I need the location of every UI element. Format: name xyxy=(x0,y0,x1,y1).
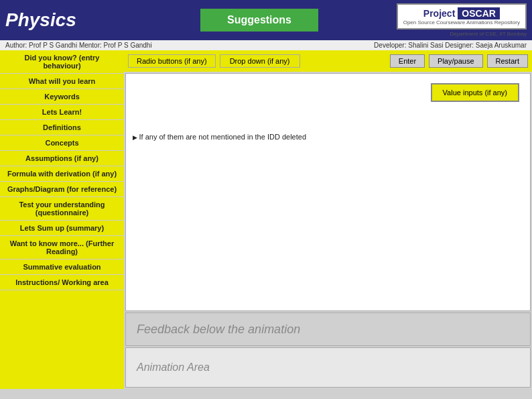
suggestions-button[interactable]: Suggestions xyxy=(200,9,318,32)
logo-box: Project OSCAR Open Source Courseware Ani… xyxy=(397,3,527,30)
sidebar-item-5[interactable]: Concepts xyxy=(0,135,124,151)
animation-area: Animation Area xyxy=(125,347,531,388)
sidebar: Did you know? (entry behaviour)What will… xyxy=(0,50,124,389)
logo-dept: Department of CSE, IIT Bombay xyxy=(450,31,527,37)
animation-text: Animation Area xyxy=(137,361,210,374)
sidebar-item-4[interactable]: Definitions xyxy=(0,120,124,135)
sidebar-item-12[interactable]: Summative evaluation xyxy=(0,260,124,275)
value-inputs-button[interactable]: Value inputs (if any) xyxy=(431,83,519,102)
logo-oscar: OSCAR xyxy=(458,7,500,19)
restart-button[interactable]: Restart xyxy=(487,54,528,68)
header-center: Suggestions xyxy=(126,9,393,32)
app-title: Physics xyxy=(5,9,126,31)
content-area: Radio buttons (if any) Drop down (if any… xyxy=(124,50,532,389)
feedback-area: Feedback below the animation xyxy=(125,312,531,346)
work-area: Value inputs (if any) If any of them are… xyxy=(125,73,531,311)
sidebar-item-0[interactable]: Did you know? (entry behaviour) xyxy=(0,50,124,74)
sidebar-item-9[interactable]: Test your understanding (questionnaire) xyxy=(0,197,124,221)
sidebar-item-7[interactable]: Formula with derivation (if any) xyxy=(0,166,124,182)
sidebar-item-11[interactable]: Want to know more... (Further Reading) xyxy=(0,236,124,260)
subheader-left: Author: Prof P S Gandhi Mentor: Prof P S… xyxy=(5,42,152,49)
main-layout: Did you know? (entry behaviour)What will… xyxy=(0,50,532,389)
subheader-right: Developer: Shalini Sasi Designer: Saeja … xyxy=(374,42,527,49)
idd-note: If any of them are not mentioned in the … xyxy=(133,133,306,141)
radio-buttons-area[interactable]: Radio buttons (if any) xyxy=(128,54,216,68)
sidebar-item-1[interactable]: What will you learn xyxy=(0,74,124,89)
sidebar-item-6[interactable]: Assumptions (if any) xyxy=(0,151,124,166)
playpause-button[interactable]: Play/pause xyxy=(429,54,482,68)
enter-button[interactable]: Enter xyxy=(390,54,425,68)
sidebar-item-3[interactable]: Lets Learn! xyxy=(0,105,124,120)
sidebar-item-8[interactable]: Graphs/Diagram (for reference) xyxy=(0,182,124,197)
subheader: Author: Prof P S Gandhi Mentor: Prof P S… xyxy=(0,40,532,50)
sidebar-item-13[interactable]: Instructions/ Working area xyxy=(0,275,124,290)
header-logo: Project OSCAR Open Source Courseware Ani… xyxy=(393,3,527,37)
sidebar-item-10[interactable]: Lets Sum up (summary) xyxy=(0,221,124,236)
dropdown-area[interactable]: Drop down (if any) xyxy=(220,54,300,68)
header: Physics Suggestions Project OSCAR Open S… xyxy=(0,0,532,40)
logo-subtitle: Open Source Courseware Animations Reposi… xyxy=(403,19,520,25)
toolbar: Radio buttons (if any) Drop down (if any… xyxy=(124,50,532,72)
logo-top: Project OSCAR xyxy=(423,7,500,19)
logo-project: Project xyxy=(423,8,455,19)
feedback-text: Feedback below the animation xyxy=(137,323,300,337)
sidebar-item-2[interactable]: Keywords xyxy=(0,89,124,105)
